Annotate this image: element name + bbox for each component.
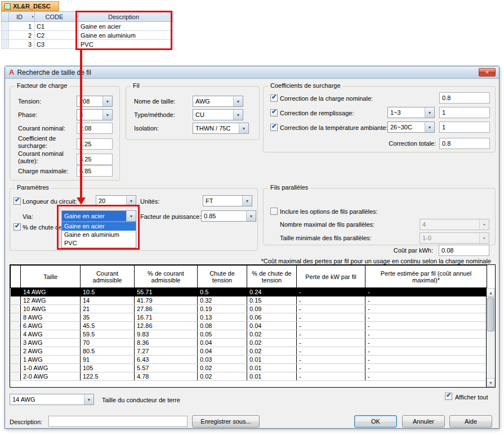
chevron-down-icon[interactable]: ▼	[239, 123, 248, 133]
unites-combo[interactable]: FT ▼	[203, 195, 252, 206]
row-selector[interactable]	[11, 296, 21, 305]
cell-perte-kw: -	[297, 288, 365, 296]
cell-pct-courant: 8.36	[135, 339, 198, 347]
column-header: Perte estimée par fil (coût annuel maxim…	[365, 266, 487, 288]
table-row[interactable]: 8 AWG 35 16.71 0.13 0.06 - -	[11, 313, 487, 322]
afficher-tout-checkbox[interactable]: ✔	[445, 393, 452, 400]
chevron-down-icon[interactable]: ▼	[425, 122, 434, 132]
isolation-combo[interactable]: THWN / 75C ▼	[193, 123, 249, 134]
row-selector[interactable]	[2, 31, 9, 40]
cell-pct-chute: 0.09	[247, 305, 297, 313]
row-selector[interactable]	[11, 372, 21, 381]
table-row[interactable]: 1 AWG 91 6.43 0.03 0.01 - -	[11, 356, 487, 364]
cell-pct-chute: 0.02	[247, 347, 297, 356]
temperature-combo[interactable]: 26~30C ▼	[387, 122, 435, 133]
table-row[interactable]: 14 AWG 10.5 55.71 0.5 0.24 - -	[11, 288, 487, 296]
ok-button[interactable]: OK	[354, 415, 397, 428]
facteur-puissance-combo[interactable]: 0.85 ▼	[201, 210, 256, 222]
longueur-circuit-checkbox[interactable]: ✔	[14, 197, 21, 205]
table-row[interactable]: 3 AWG 70 8.36 0.04 0.02 - -	[11, 339, 487, 347]
row-selector[interactable]	[11, 364, 21, 372]
type-methode-combo[interactable]: CU ▼	[193, 109, 243, 120]
spreadsheet-tab[interactable]: XL&R_DESC	[1, 1, 59, 11]
correction-temperature-input[interactable]	[439, 122, 490, 133]
scroll-down-button[interactable]: ▼	[487, 378, 495, 387]
type-methode-label: Type/méthode:	[134, 111, 175, 119]
cell-perte-estimee: -	[365, 288, 487, 296]
chevron-down-icon[interactable]: ▼	[425, 107, 434, 118]
row-selector[interactable]	[11, 322, 21, 330]
cell-pct-chute: 0.24	[247, 288, 297, 296]
cell-chute-tension: 0.02	[198, 364, 247, 372]
corner-cell	[2, 12, 9, 22]
cell-perte-estimee: -	[365, 322, 487, 330]
table-row[interactable]: 12 AWG 14 41.79 0.32 0.15 - -	[11, 296, 487, 305]
row-selector[interactable]	[11, 356, 21, 364]
cell-courant-admissible: 80.5	[81, 347, 135, 356]
column-header-code[interactable]: CODE ▾	[35, 12, 79, 22]
column-header: Taille	[21, 266, 81, 288]
table-row[interactable]: 4 AWG 59.5 9.83 0.05 0.02 - -	[11, 330, 487, 339]
table-row[interactable]: 10 AWG 21 27.86 0.19 0.09 - -	[11, 305, 487, 313]
pct-chute-checkbox[interactable]: ✔	[14, 223, 21, 231]
cell-perte-kw: -	[297, 356, 365, 364]
cell-taille: 2 AWG	[21, 347, 81, 356]
chevron-down-icon[interactable]: ▼	[233, 96, 243, 106]
chevron-down-icon[interactable]: ▼	[84, 394, 93, 404]
nome-taille-combo[interactable]: AWG ▼	[193, 96, 243, 107]
row-selector[interactable]	[11, 313, 21, 322]
correction-remplissage-label: Correction de remplissage:	[280, 110, 354, 117]
chevron-down-icon[interactable]: ▼	[479, 233, 489, 243]
column-header-id[interactable]: ID ▾	[9, 12, 35, 22]
cout-kwh-input[interactable]	[439, 245, 489, 256]
row-selector[interactable]	[11, 347, 21, 356]
nombre-max-combo[interactable]: 4 ▼	[420, 219, 489, 230]
chevron-down-icon[interactable]: ▼	[246, 211, 256, 221]
annuler-button[interactable]: Annuler	[402, 415, 445, 428]
row-selector[interactable]	[11, 330, 21, 339]
scroll-up-button[interactable]: ▲	[487, 288, 495, 297]
row-selector[interactable]	[2, 22, 9, 31]
row-selector[interactable]	[11, 305, 21, 313]
cell-courant-admissible: 91	[81, 356, 135, 364]
afficher-tout-label: Afficher tout	[455, 394, 488, 401]
via-label: Via:	[23, 213, 33, 221]
correction-charge-nominale-input[interactable]	[439, 92, 490, 104]
taille-min-combo[interactable]: 1-0 ▼	[420, 232, 489, 244]
row-selector[interactable]	[11, 288, 21, 296]
chevron-down-icon[interactable]: ▼	[233, 110, 243, 120]
taille-conducteur-terre-combo[interactable]: 14 AWG ▼	[10, 394, 94, 405]
correction-remplissage-checkbox[interactable]: ✔	[270, 109, 278, 116]
correction-charge-nominale-checkbox[interactable]: ✔	[270, 95, 278, 102]
table-row[interactable]: 6 AWG 45.5 12.86 0.08 0.04 - -	[11, 322, 487, 330]
chevron-down-icon[interactable]: ▼	[479, 219, 489, 230]
table-scrollbar[interactable]: ▲ ▼	[486, 288, 495, 387]
row-selector[interactable]	[11, 339, 21, 347]
close-button[interactable]: ×	[479, 68, 496, 77]
enregistrer-sous-button[interactable]: Enregistrer sous...	[192, 415, 260, 428]
description-label: Description:	[10, 419, 42, 426]
inclure-fils-paralleles-checkbox[interactable]	[270, 208, 278, 215]
column-header: Courant admissible	[81, 266, 135, 288]
chevron-down-icon[interactable]: ▼	[242, 196, 252, 206]
remplissage-combo[interactable]: 1~3 ▼	[387, 107, 435, 118]
chevron-down-icon[interactable]: ▼	[102, 110, 112, 120]
group-label: Facteur de charge	[15, 82, 69, 89]
correction-totale-input[interactable]	[439, 138, 490, 149]
column-header: % de chute de tension	[247, 266, 297, 288]
aide-button[interactable]: Aide	[449, 415, 492, 428]
filter-arrow-icon[interactable]: ▾	[32, 15, 34, 19]
taille-min-label: Taille minimale des fils parallèles:	[280, 235, 372, 242]
row-selector[interactable]	[2, 40, 9, 49]
table-row[interactable]: 2-0 AWG 122.5 4.78 0.02 0.01 - -	[11, 372, 487, 381]
correction-remplissage-input[interactable]	[439, 107, 490, 118]
description-input[interactable]	[48, 416, 188, 427]
correction-temperature-checkbox[interactable]: ✔	[270, 124, 278, 131]
table-row[interactable]: 1-0 AWG 105 5.57 0.02 0.01 - -	[11, 364, 487, 372]
cell-id: 1	[9, 22, 35, 31]
chevron-down-icon[interactable]: ▼	[102, 96, 112, 106]
cell-perte-kw: -	[297, 296, 365, 305]
scrollbar-thumb[interactable]	[487, 298, 494, 331]
dialog-titlebar[interactable]: A Recherche de taille de fil ×	[5, 66, 499, 79]
table-row[interactable]: 2 AWG 80.5 7.27 0.04 0.02 - -	[11, 347, 487, 356]
